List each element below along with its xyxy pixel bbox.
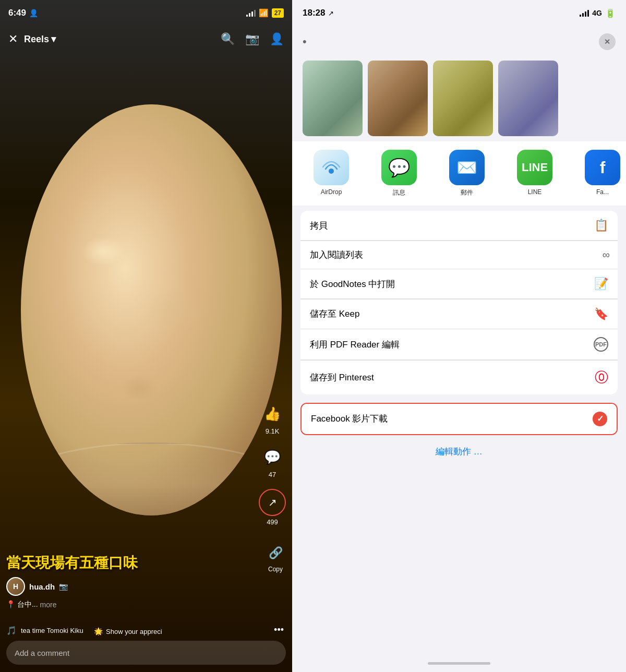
menu-item-keep[interactable]: 儲存至 Keep 🔖 <box>300 299 618 329</box>
facebook-download-row[interactable]: Facebook 影片下載 ✓ <box>300 403 618 435</box>
bottom-content: 當天現場有五種口味 H hua.dh 📷 📍 台中... more <box>6 554 256 609</box>
search-icon[interactable]: 🔍 <box>221 32 235 46</box>
share-button[interactable]: ↗ 499 <box>259 489 286 526</box>
chevron-down-icon[interactable]: ▾ <box>51 33 56 45</box>
right-time: 18:28 <box>303 8 325 18</box>
like-icon: 👍 <box>261 402 284 425</box>
share-icon: ↗ <box>268 496 277 509</box>
sheet-dots: • <box>303 35 308 49</box>
user-info: H hua.dh 📷 <box>6 577 256 596</box>
music-text: tea time Tomoki Kiku <box>21 627 83 634</box>
music-icon: 🎵 <box>6 626 17 635</box>
share-count: 499 <box>267 518 278 526</box>
copy-icon: 🔗 <box>265 543 286 563</box>
home-indicator <box>292 654 626 672</box>
copy-label: Copy <box>268 566 283 573</box>
copy-area[interactable]: 🔗 Copy <box>265 543 286 573</box>
right-signal-icon <box>580 9 589 17</box>
home-bar <box>428 662 490 665</box>
menu-item-pinterest[interactable]: 儲存到 Pinterest ⓪ <box>300 361 618 394</box>
pinterest-label: 儲存到 Pinterest <box>310 371 374 383</box>
keep-icon: 🔖 <box>594 307 608 321</box>
like-count: 9.1K <box>266 427 280 435</box>
more-link[interactable]: more <box>40 601 57 609</box>
reading-list-label: 加入閱讀列表 <box>310 249 363 261</box>
location-text: 📍 台中... <box>6 600 38 609</box>
location-row: 📍 台中... more <box>6 600 256 609</box>
copy-menu-label: 拷貝 <box>310 220 328 232</box>
menu-list: 拷貝 📋 加入閱讀列表 ∞ 於 GoodNotes 中打開 📝 儲存至 Keep… <box>300 211 618 394</box>
app-mail[interactable]: ✉️ 郵件 <box>433 150 501 197</box>
preview-thumb-4 <box>498 61 558 136</box>
left-time: 6:49 <box>8 8 26 18</box>
like-button[interactable]: 👍 9.1K <box>261 402 284 435</box>
airdrop-icon <box>314 150 349 185</box>
comment-bar[interactable]: Add a comment <box>6 641 286 665</box>
bowl-shape <box>21 442 282 515</box>
app-line[interactable]: LINE LINE <box>501 150 569 197</box>
menu-item-reading-list[interactable]: 加入閱讀列表 ∞ <box>300 241 618 269</box>
video-content <box>21 104 282 515</box>
copy-menu-icon: 📋 <box>594 219 608 232</box>
direction-icon: ↗ <box>328 9 334 17</box>
video-title: 當天現場有五種口味 <box>6 554 256 572</box>
share-circle: ↗ <box>259 489 286 516</box>
close-button[interactable]: ✕ <box>8 32 18 46</box>
facebook-label: Fa... <box>596 188 609 196</box>
facebook-icon: f <box>585 150 620 185</box>
messages-icon: 💬 <box>381 150 417 185</box>
line-icon: LINE <box>517 150 552 185</box>
sheet-header: • ✕ <box>292 26 626 55</box>
battery-icon: 🔋 <box>605 8 616 18</box>
mail-label: 郵件 <box>461 188 473 197</box>
more-options[interactable]: ••• <box>274 625 284 635</box>
preview-thumb-2 <box>368 61 428 136</box>
goodnotes-icon: 📝 <box>594 277 608 291</box>
svg-point-0 <box>329 169 334 174</box>
signal-icon <box>246 9 256 17</box>
appreciate-row[interactable]: 🌟 Show your appreci <box>94 627 162 635</box>
app-messages[interactable]: 💬 訊息 <box>365 150 433 197</box>
nav-left: ✕ Reels ▾ <box>8 32 56 46</box>
line-label: LINE <box>528 188 542 196</box>
pinterest-icon: ⓪ <box>595 368 608 387</box>
right-panel: 18:28 ↗ 4G 🔋 • ✕ <box>292 0 626 672</box>
reels-title: Reels ▾ <box>24 33 56 45</box>
keep-label: 儲存至 Keep <box>310 308 359 320</box>
airdrop-label: AirDrop <box>321 188 342 196</box>
facebook-download-icon: ✓ <box>593 412 607 426</box>
app-facebook[interactable]: f Fa... <box>569 150 626 197</box>
camera-icon[interactable]: 📷 <box>245 32 259 46</box>
comment-icon: 💬 <box>261 446 284 469</box>
share-sheet: • ✕ AirDrop <box>292 26 626 654</box>
wifi-icon: 📶 <box>259 8 269 18</box>
network-type: 4G <box>592 9 602 17</box>
right-status-bar: 18:28 ↗ 4G 🔋 <box>292 0 626 26</box>
apps-row: AirDrop 💬 訊息 ✉️ 郵件 LINE LINE <box>292 141 626 206</box>
preview-row <box>292 55 626 141</box>
avatar[interactable]: H <box>6 577 25 596</box>
left-status-bar: 6:49 👤 📶 27 <box>0 0 292 26</box>
user-status-icon: 👤 <box>29 9 38 17</box>
pdf-reader-label: 利用 PDF Reader 編輯 <box>310 339 400 351</box>
profile-icon[interactable]: 👤 <box>270 32 284 46</box>
edit-actions[interactable]: 編輯動作 … <box>292 438 626 465</box>
reading-list-icon: ∞ <box>603 249 608 261</box>
sheet-close-button[interactable]: ✕ <box>599 33 616 50</box>
messages-label: 訊息 <box>393 188 405 197</box>
right-status-icons: 4G 🔋 <box>580 8 616 18</box>
edit-actions-link[interactable]: 編輯動作 … <box>436 447 483 457</box>
appreciate-text: Show your appreci <box>106 628 162 635</box>
mail-icon: ✉️ <box>449 150 485 185</box>
menu-item-pdf-reader[interactable]: 利用 PDF Reader 編輯 PDF <box>300 329 618 360</box>
nav-right: 🔍 📷 👤 <box>221 32 284 46</box>
preview-thumb-1 <box>303 61 363 136</box>
menu-item-goodnotes[interactable]: 於 GoodNotes 中打開 📝 <box>300 269 618 299</box>
comment-button[interactable]: 💬 47 <box>261 446 284 478</box>
menu-item-copy[interactable]: 拷貝 📋 <box>300 211 618 241</box>
facebook-download-label: Facebook 影片下載 <box>311 413 388 425</box>
username[interactable]: hua.dh <box>29 582 55 591</box>
app-airdrop[interactable]: AirDrop <box>297 150 365 197</box>
instagram-icon: 📷 <box>59 582 68 591</box>
facebook-download-item[interactable]: Facebook 影片下載 ✓ <box>302 404 617 434</box>
